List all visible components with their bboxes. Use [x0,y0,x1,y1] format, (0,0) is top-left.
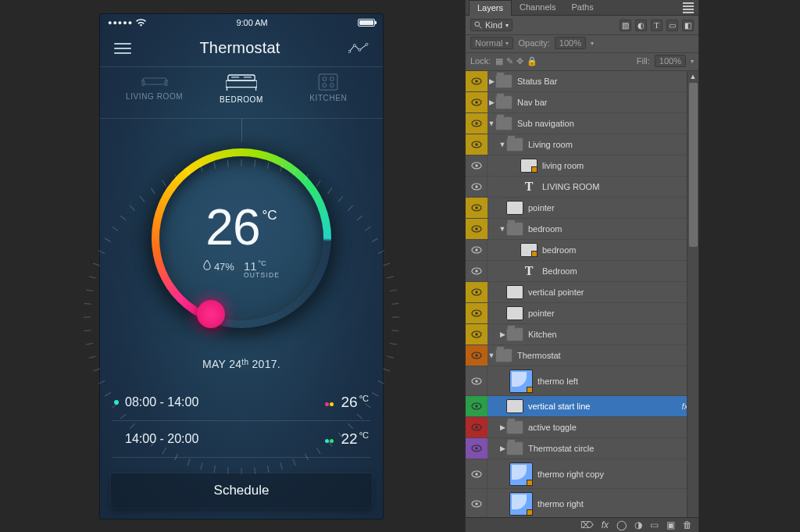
visibility-icon[interactable] [471,288,482,296]
layer-row[interactable]: thermo left [466,366,698,396]
visibility-icon[interactable] [471,470,482,478]
expand-arrow-icon[interactable]: ▶ [498,445,506,452]
room-tab-living-room[interactable]: LIVING ROOM [111,73,198,101]
visibility-icon[interactable] [471,330,482,338]
tab-channels[interactable]: Channels [512,0,563,15]
filter-shape-icon[interactable]: ▭ [666,20,678,31]
smart-object-icon [520,243,538,257]
layer-row[interactable]: vertical pointer [466,282,698,303]
adjustment-icon[interactable]: ◑ [634,520,642,530]
layer-row[interactable]: ▼Thermostat [466,345,698,366]
visibility-icon[interactable] [471,402,482,410]
scrollbar[interactable]: ▲ [687,71,698,517]
outside-label: OUTSIDE [244,272,280,279]
layer-row[interactable]: pointer [466,198,698,219]
schedule-row[interactable]: 14:00 - 20:00 22°C [112,421,370,458]
layer-row[interactable]: ▶Nav bar [466,92,698,113]
visibility-icon[interactable] [471,204,482,212]
hamburger-icon[interactable] [114,43,131,54]
visibility-icon[interactable] [471,445,482,452]
visibility-icon[interactable] [471,377,482,385]
graph-icon[interactable] [348,42,369,55]
expand-arrow-icon[interactable]: ▼ [498,141,506,148]
new-layer-icon[interactable]: ▣ [666,520,675,530]
expand-arrow-icon[interactable]: ▶ [488,77,495,85]
visibility-icon[interactable] [471,309,482,317]
visibility-icon[interactable] [471,267,482,275]
layer-row[interactable]: ▶active toggle [466,417,698,438]
layer-row[interactable]: ▼bedroom [466,219,698,240]
tab-layers[interactable]: Layers [469,0,512,16]
filter-adjust-icon[interactable]: ◐ [635,20,647,31]
visibility-icon[interactable] [471,423,482,431]
layer-row[interactable]: living room [466,155,698,177]
expand-arrow-icon[interactable]: ▼ [488,120,495,127]
layer-thumb [506,399,523,413]
tab-paths[interactable]: Paths [564,0,602,15]
fill-value[interactable]: 100% [655,55,686,67]
type-layer-icon: T [520,180,538,194]
scrollbar-thumb[interactable] [689,83,698,247]
visibility-icon[interactable] [471,183,482,191]
svg-line-19 [479,26,481,28]
lock-fill-row: Lock: ▦ ✎ ✥ 🔒 Fill: 100% ▾ [466,53,698,71]
thermostat-dial[interactable]: 26 °C 47% 11°C OUTSIDE [152,148,331,328]
expand-arrow-icon[interactable]: ▼ [498,225,506,233]
mask-icon[interactable]: ◯ [616,520,627,530]
link-layers-icon[interactable]: ⌦ [580,520,594,530]
outside-unit: °C [259,259,266,267]
expand-arrow-icon[interactable]: ▼ [488,352,495,359]
lock-all-icon[interactable]: 🔒 [527,56,538,66]
lock-transparency-icon[interactable]: ▦ [495,56,503,66]
panel-menu-icon[interactable] [678,1,698,15]
filter-type-icon[interactable]: T [651,20,662,31]
smart-object-icon [520,159,538,173]
layer-row[interactable]: ▶Status Bar [466,71,698,92]
fx-menu-icon[interactable]: fx [602,520,609,530]
layer-row[interactable]: TBedroom [466,261,698,282]
visibility-icon[interactable] [471,246,482,254]
layer-row[interactable]: ▶Thermostat circle [466,438,698,459]
layer-row[interactable]: ▼Living room [466,134,698,155]
scroll-up-icon[interactable]: ▲ [690,71,697,82]
filter-smart-icon[interactable]: ◧ [682,20,694,31]
schedule-list: 08:00 - 14:00 26°C 14:00 - 20:00 22°C [112,384,370,458]
panel-tabs: Layers Channels Paths [466,0,698,16]
schedule-sticky-button[interactable]: Schedule [111,473,372,508]
layer-row[interactable]: ▼Sub navigation [466,113,698,134]
room-tab-bedroom[interactable]: BEDROOM [198,73,284,104]
visibility-icon[interactable] [471,98,482,106]
layer-row[interactable]: TLIVING ROOM [466,177,698,198]
expand-arrow-icon[interactable]: ▶ [498,330,506,338]
battery-icon [358,19,375,27]
expand-arrow-icon[interactable]: ▶ [488,98,495,106]
layer-row[interactable]: ▶Kitchen [466,324,698,345]
opacity-value[interactable]: 100% [555,37,586,49]
layer-row[interactable]: vertical start linefx▾ [466,396,698,417]
visibility-icon[interactable] [471,120,482,127]
delete-layer-icon[interactable]: 🗑 [683,520,692,530]
photoshop-layers-panel: Layers Channels Paths Kind ▾ ▧ ◐ T ▭ ◧ N… [466,0,698,532]
folder-icon [506,327,523,341]
visibility-icon[interactable] [471,500,482,508]
blend-mode-dropdown[interactable]: Normal▾ [470,37,513,49]
visibility-icon[interactable] [471,225,482,233]
visibility-icon[interactable] [471,141,482,148]
visibility-icon[interactable] [471,162,482,170]
layer-row[interactable]: thermo right [466,489,698,517]
schedule-row[interactable]: 08:00 - 14:00 26°C [112,384,370,421]
room-tab-kitchen[interactable]: KITCHEN [285,73,372,102]
lock-position-icon[interactable]: ✥ [516,56,523,66]
new-group-icon[interactable]: ▭ [650,520,659,530]
expand-arrow-icon[interactable]: ▶ [498,423,506,431]
layer-row[interactable]: pointer [466,303,698,324]
filter-kind-dropdown[interactable]: Kind ▾ [470,19,512,31]
layer-row[interactable]: thermo right copy [466,459,698,489]
layer-row[interactable]: bedroom [466,240,698,261]
lock-pixels-icon[interactable]: ✎ [506,56,513,66]
filter-pixel-icon[interactable]: ▧ [620,20,631,31]
visibility-icon[interactable] [471,77,482,85]
folder-icon [506,420,523,434]
visibility-icon[interactable] [471,352,482,359]
layer-thumb [506,306,523,320]
